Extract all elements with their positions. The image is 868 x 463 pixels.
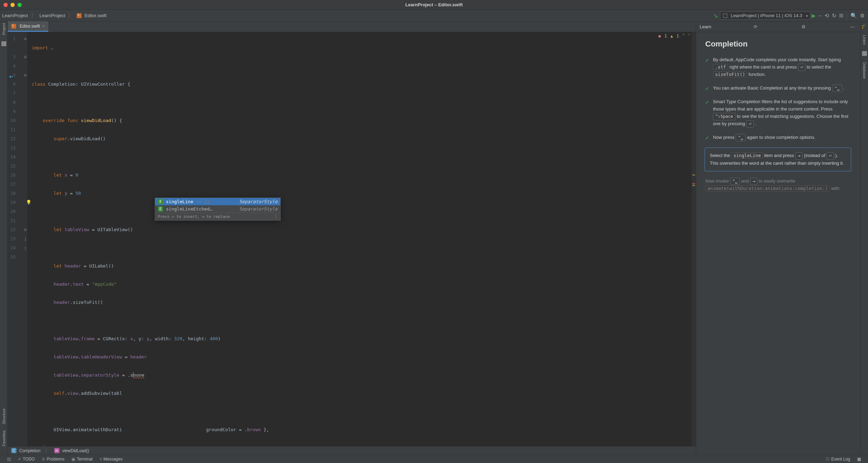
stripe-warning-marker[interactable] — [692, 185, 695, 186]
fold-icon[interactable]: ⊟ — [23, 225, 27, 234]
learn-icon[interactable]: 🎓 — [861, 23, 867, 29]
completion-popup[interactable]: E singleLine (= 1) SeparatorStyle E sing… — [155, 198, 281, 221]
lesson-step: ✓ Now press ⌃␣ again to show completion … — [705, 134, 852, 141]
favorites-tool-window[interactable]: Favorites — [2, 430, 6, 446]
debug-icon[interactable]: ⌁ — [817, 13, 823, 19]
project-tool-window[interactable]: Project — [2, 23, 6, 35]
fold-icon[interactable]: ⊟ — [23, 71, 27, 80]
next-highlight-icon[interactable]: ˅ — [688, 34, 690, 38]
warning-icon: ▲ — [671, 34, 673, 38]
learn-panel-header: Learn ⟳ ⚙ — — [696, 22, 860, 32]
stripe-error-marker[interactable] — [692, 183, 695, 184]
breadcrumb-root[interactable]: LearnProject — [2, 13, 28, 18]
error-icon: ● — [658, 34, 661, 38]
settings-icon[interactable]: ⚙ — [859, 13, 866, 19]
inspection-summary[interactable]: ● 1 ▲ 1 ˄ ˅ — [658, 34, 690, 38]
stripe-warning-marker[interactable] — [692, 174, 695, 176]
status-bar: ▤ ✔TODO ⊘Problems ▣Terminal ≡Messages 🗨E… — [0, 455, 868, 463]
fold-column: ⊕ ⊟ ⊟ ⊟ ⌋ ⌋ — [22, 32, 27, 446]
learn-tool-window[interactable]: Learn — [862, 35, 867, 45]
todo-window[interactable]: ✔TODO — [14, 457, 38, 462]
enum-icon: E — [158, 206, 163, 212]
messages-window[interactable]: ≡Messages — [96, 457, 126, 462]
event-log-window[interactable]: 🗨Event Log — [822, 457, 854, 462]
run-config-select[interactable]: LearnProject | iPhone 11 | iOS 14.3 ▾ — [720, 12, 810, 20]
editor-area: Editor.swift × ● 1 ▲ 1 ˄ ˅ 134 5◑↑ 67891… — [8, 22, 696, 455]
warning-count: 1 — [677, 34, 679, 38]
main-toolbar: LearnProject 〉 LearnProject 〉 Editor.swi… — [0, 10, 868, 22]
settings-icon[interactable]: ⚙ — [799, 24, 808, 29]
completion-item[interactable]: E singleLine (= 1) SeparatorStyle — [155, 198, 280, 205]
lesson-task-active: Select the singleLine item and press ⇥ (… — [705, 148, 851, 171]
completion-type: SeparatorStyle — [239, 206, 278, 212]
search-icon[interactable]: 🔍 — [849, 13, 859, 19]
fold-icon[interactable]: ⊟ — [23, 52, 27, 62]
project-icon[interactable] — [1, 41, 6, 46]
coverage-icon[interactable]: ⟲ — [823, 13, 831, 19]
status-widget-icon[interactable]: ▦ — [854, 457, 864, 462]
breadcrumb-class[interactable]: Completion — [19, 448, 41, 453]
learn-content[interactable]: Completion ✓ By default, AppCode complet… — [696, 32, 860, 455]
gutter: 134 5◑↑ 678910 1112131415 161718 19💡 202… — [8, 32, 22, 446]
build-icon[interactable]: ↘ — [711, 12, 720, 19]
code-body[interactable]: import … class Completion: UIViewControl… — [27, 32, 692, 446]
restart-lesson-icon[interactable]: ⟳ — [751, 24, 760, 29]
error-count: 1 — [664, 34, 667, 38]
problems-window[interactable]: ⊘Problems — [38, 457, 68, 462]
breadcrumb-file[interactable]: Editor.swift — [84, 13, 106, 18]
editor-tabs: Editor.swift × — [8, 22, 696, 32]
enum-icon: E — [158, 199, 163, 204]
window-controls — [4, 3, 22, 7]
nav-breadcrumb: LearnProject 〉 LearnProject 〉 Editor.swi… — [2, 12, 106, 20]
fold-end-icon[interactable]: ⌋ — [23, 234, 27, 243]
fold-icon[interactable]: ⊕ — [23, 34, 27, 43]
check-icon: ✓ — [705, 57, 709, 64]
statusbar-menu-icon[interactable]: ▤ — [4, 457, 14, 462]
breadcrumb-separator-icon: 〉 — [29, 11, 38, 19]
breadcrumb-separator-icon: 〉 — [66, 11, 75, 19]
breadcrumb-separator-icon: 〉 — [43, 447, 51, 454]
check-icon: ✓ — [705, 99, 709, 106]
check-icon: ✓ — [705, 85, 709, 93]
completion-type: SeparatorStyle — [239, 199, 278, 204]
minimize-window-icon[interactable] — [10, 3, 15, 7]
structure-tool-window[interactable]: Structure — [2, 408, 6, 424]
profile-icon[interactable]: ↻ — [831, 13, 838, 19]
database-icon[interactable] — [862, 51, 867, 56]
window-title: LearnProject – Editor.swift — [405, 2, 463, 7]
run-icon[interactable]: ▶ — [810, 13, 817, 19]
lesson-step: ✓ By default, AppCode completes your cod… — [705, 56, 852, 78]
right-tool-strip: 🎓 Learn Database — [860, 22, 868, 455]
swift-file-icon — [11, 24, 16, 29]
prev-highlight-icon[interactable]: ˄ — [682, 34, 685, 38]
breadcrumb-method[interactable]: viewDidLoad() — [62, 448, 89, 453]
device-icon — [723, 14, 727, 18]
tab-label: Editor.swift — [20, 24, 40, 29]
learn-panel-title: Learn — [700, 24, 711, 29]
lesson-step: ✓ You can activate Basic Completion at a… — [705, 85, 852, 92]
completion-extra: (= 1) — [196, 199, 210, 204]
minimize-panel-icon[interactable]: — — [848, 24, 857, 29]
stop-icon[interactable] — [839, 14, 843, 17]
close-tab-icon[interactable]: × — [42, 23, 45, 29]
database-tool-window[interactable]: Database — [862, 62, 867, 79]
close-window-icon[interactable] — [4, 3, 8, 7]
check-icon: ✓ — [705, 135, 709, 142]
terminal-window[interactable]: ▣Terminal — [68, 457, 96, 462]
lesson-step: ✓ Smart Type Completion filters the list… — [705, 98, 852, 128]
fold-end-icon[interactable]: ⌋ — [23, 243, 27, 252]
run-config-label: LearnProject | iPhone 11 | iOS 14.3 — [731, 13, 802, 18]
popup-menu-icon[interactable]: ⋮ — [273, 213, 278, 219]
completion-name: singleLineEtched… — [166, 206, 212, 212]
error-stripe[interactable] — [692, 32, 696, 446]
breadcrumb-folder[interactable]: LearnProject — [40, 13, 65, 18]
code-editor[interactable]: ● 1 ▲ 1 ˄ ˅ 134 5◑↑ 678910 1112131415 16… — [8, 32, 696, 446]
tab-editor-swift[interactable]: Editor.swift × — [8, 21, 48, 32]
separator — [847, 12, 847, 19]
class-icon: C — [11, 448, 16, 453]
titlebar: LearnProject – Editor.swift — [0, 0, 868, 10]
chevron-down-icon: ▾ — [806, 14, 808, 18]
zoom-window-icon[interactable] — [18, 3, 22, 7]
lesson-heading: Completion — [705, 38, 852, 50]
completion-item[interactable]: E singleLineEtched… SeparatorStyle — [155, 205, 280, 213]
